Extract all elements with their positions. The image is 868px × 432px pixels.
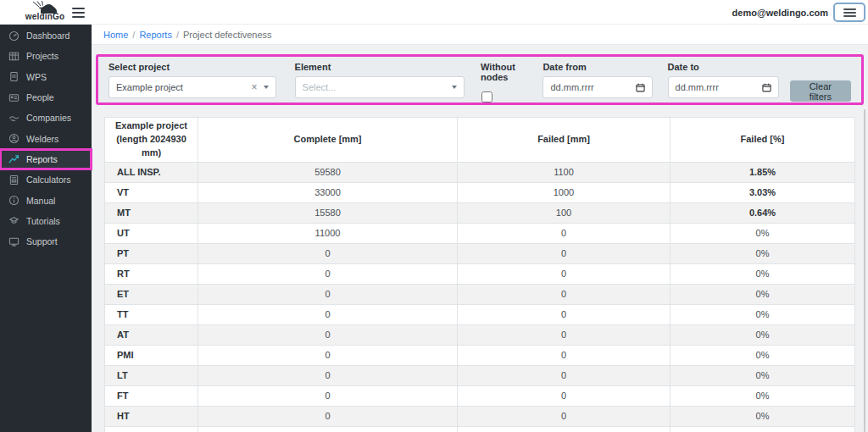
menu-icon — [843, 8, 856, 10]
failed-pct-cell: 0% — [670, 284, 855, 304]
sidebar-item-manual[interactable]: Manual — [0, 190, 92, 210]
filter-bar: Select project Example project × Element… — [98, 57, 861, 102]
top-bar: weldinGo demo@weldingo.com — [0, 0, 868, 25]
sidebar-toggle-icon[interactable] — [72, 8, 85, 18]
failed-mm-cell: 1100 — [458, 162, 670, 182]
failed-pct-cell: 0% — [670, 263, 855, 284]
sidebar-item-label: Tutorials — [26, 216, 60, 226]
breadcrumb-separator: / — [176, 30, 179, 40]
date-to-label: Date to — [668, 62, 779, 72]
row-label-cell: ET — [105, 284, 198, 304]
complete-header-cell: Complete [mm] — [198, 118, 458, 163]
table-row: PMI000% — [105, 345, 855, 365]
complete-cell: 0 — [198, 406, 458, 426]
element-select[interactable]: Select... — [295, 76, 465, 98]
clear-selection-icon[interactable]: × — [252, 82, 258, 92]
main-area: Home/Reports/Project defectiveness Selec… — [92, 25, 868, 432]
complete-cell: 0 — [198, 263, 458, 284]
table-header-row: Example project (length 2024930 mm) Comp… — [105, 118, 855, 163]
breadcrumb-link[interactable]: Reports — [139, 30, 172, 40]
complete-cell: 59580 — [198, 162, 458, 182]
date-to-placeholder: dd.mm.rrrr — [676, 82, 762, 92]
handshake-icon — [8, 113, 19, 124]
row-label-cell: TT — [105, 304, 198, 324]
sidebar-item-label: Reports — [26, 154, 58, 164]
sidebar-item-wps[interactable]: WPS — [0, 67, 92, 87]
failed-mm-cell: 0 — [458, 365, 670, 385]
table-row: TT000% — [105, 304, 855, 324]
sidebar-item-companies[interactable]: Companies — [0, 108, 92, 128]
sidebar-item-calculators[interactable]: Calculators — [0, 169, 92, 190]
breadcrumb: Home/Reports/Project defectiveness — [92, 25, 868, 45]
app-logo[interactable]: weldinGo — [12, 1, 78, 21]
sidebar: DashboardProjectsWPSPeopleCompaniesWelde… — [0, 25, 92, 432]
without-nodes-label: Without nodes — [481, 62, 542, 82]
document-icon — [8, 71, 19, 82]
failed-mm-cell: 0 — [458, 406, 670, 426]
complete-cell: 0 — [198, 365, 458, 385]
failed-pct-cell: 0% — [670, 365, 855, 385]
calculator-icon — [8, 174, 19, 186]
complete-cell: 0 — [198, 304, 458, 324]
row-label-cell: RT — [105, 263, 198, 284]
failed-pct-cell: 0% — [670, 304, 855, 324]
failed-pct-cell: 0.64% — [670, 202, 855, 223]
table-row: ET000% — [105, 284, 855, 304]
user-menu-button[interactable] — [833, 3, 865, 22]
row-label-cell: PT — [105, 243, 198, 263]
project-header-cell: Example project (length 2024930 mm) — [105, 118, 198, 163]
sidebar-item-label: People — [26, 92, 54, 102]
failed-pct-cell: 0% — [670, 385, 855, 406]
project-select[interactable]: Example project × — [108, 76, 276, 98]
date-to-input[interactable]: dd.mm.rrrr — [668, 76, 779, 98]
table-row: UTM000% — [105, 426, 855, 432]
row-label-cell: PMI — [105, 345, 198, 365]
failed-pct-cell: 0% — [670, 406, 855, 426]
date-from-label: Date from — [542, 62, 652, 72]
defectiveness-table: Example project (length 2024930 mm) Comp… — [104, 117, 855, 432]
table-row: UT1100000% — [105, 223, 855, 243]
sidebar-item-support[interactable]: Support — [0, 231, 92, 252]
table-row: LT000% — [105, 365, 855, 385]
failed-pct-cell: 1.85% — [670, 162, 855, 182]
date-from-placeholder: dd.mm.rrrr — [550, 82, 635, 92]
complete-cell: 0 — [198, 426, 458, 432]
date-from-input[interactable]: dd.mm.rrrr — [542, 76, 652, 98]
sidebar-item-tutorials[interactable]: Tutorials — [0, 211, 92, 231]
sidebar-item-welders[interactable]: Welders — [0, 128, 92, 148]
complete-cell: 33000 — [198, 182, 458, 202]
sidebar-item-people[interactable]: People — [0, 87, 92, 108]
failed-mm-cell: 0 — [458, 426, 670, 432]
sidebar-item-reports[interactable]: Reports — [0, 149, 92, 169]
complete-cell: 0 — [198, 243, 458, 263]
sidebar-item-projects[interactable]: Projects — [0, 46, 92, 66]
sidebar-item-label: Projects — [26, 51, 58, 61]
element-select-placeholder: Select... — [303, 82, 453, 92]
dashboard-gauge-icon — [8, 30, 19, 42]
row-label-cell: FT — [105, 385, 198, 406]
sidebar-item-dashboard[interactable]: Dashboard — [0, 25, 92, 46]
breadcrumb-separator: / — [132, 30, 135, 40]
without-nodes-checkbox[interactable] — [481, 91, 492, 102]
sidebar-item-label: WPS — [26, 72, 47, 82]
failed-pct-cell: 0% — [670, 243, 855, 263]
table-row: VT3300010003.03% — [105, 182, 855, 202]
complete-cell: 15580 — [198, 202, 458, 223]
failed-mm-cell: 0 — [458, 243, 670, 263]
clear-filters-button[interactable]: Clear filters — [790, 80, 851, 102]
table-row: PT000% — [105, 243, 855, 263]
vertical-scrollbar[interactable] — [864, 109, 865, 432]
calendar-icon[interactable] — [762, 83, 771, 92]
sidebar-item-label: Calculators — [26, 174, 71, 185]
calendar-icon[interactable] — [636, 83, 645, 92]
user-email[interactable]: demo@weldingo.com — [732, 8, 828, 18]
sidebar-item-label: Dashboard — [26, 30, 70, 41]
row-label-cell: UT — [105, 223, 198, 243]
row-label-cell: UTM — [105, 426, 198, 432]
failed-pct-cell: 0% — [670, 223, 855, 243]
monitor-icon — [8, 236, 19, 247]
sidebar-item-label: Welders — [26, 134, 58, 144]
breadcrumb-link[interactable]: Home — [103, 30, 128, 40]
row-label-cell: AT — [105, 324, 198, 345]
failed-mm-cell: 0 — [458, 284, 670, 304]
